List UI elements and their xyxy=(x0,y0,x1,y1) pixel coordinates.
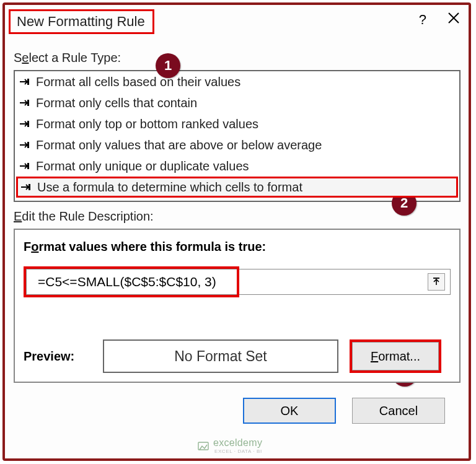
preview-row: Preview: No Format Set Format... xyxy=(24,339,451,373)
formula-input[interactable] xyxy=(26,269,237,295)
watermark-icon xyxy=(197,440,209,452)
svg-rect-1 xyxy=(27,100,29,106)
rule-label: Use a formula to determine which cells t… xyxy=(37,180,302,195)
close-icon[interactable] xyxy=(447,12,460,28)
svg-rect-0 xyxy=(27,79,29,85)
watermark-subtext: EXCEL · DATA · BI xyxy=(214,449,262,454)
ok-button[interactable]: OK xyxy=(243,398,336,424)
rule-label: Format only cells that contain xyxy=(36,96,197,110)
svg-rect-3 xyxy=(27,142,29,148)
rule-icon xyxy=(20,99,31,107)
rule-label: Format only values that are above or bel… xyxy=(36,138,322,152)
rule-type-label: Select a Rule Type: xyxy=(14,51,460,65)
rule-icon xyxy=(21,183,32,191)
rule-icon xyxy=(20,78,31,85)
rule-option-2[interactable]: Format only top or bottom ranked values xyxy=(15,113,459,134)
title-highlight: New Formatting Rule xyxy=(9,9,154,34)
collapse-dialog-icon[interactable] xyxy=(428,273,445,291)
dialog-title: New Formatting Rule xyxy=(17,14,145,29)
rule-type-list: Format all cells based on their values F… xyxy=(14,70,461,202)
rule-option-1[interactable]: Format only cells that contain xyxy=(15,92,459,113)
new-formatting-rule-dialog: New Formatting Rule ? 1 2 3 4 Select a R… xyxy=(2,2,471,461)
format-button[interactable]: Format... xyxy=(352,342,439,370)
rule-icon xyxy=(20,162,31,170)
help-icon[interactable]: ? xyxy=(419,12,426,28)
formula-highlight xyxy=(24,266,239,297)
format-button-highlight: Format... xyxy=(350,339,441,373)
rule-option-0[interactable]: Format all cells based on their values xyxy=(15,71,459,92)
rule-label: Format only unique or duplicate values xyxy=(36,159,249,173)
rule-option-5[interactable]: Use a formula to determine which cells t… xyxy=(16,177,458,198)
preview-box: No Format Set xyxy=(103,339,338,373)
rule-description-panel: Format values where this formula is true… xyxy=(14,229,461,383)
dialog-buttons: OK Cancel xyxy=(14,383,460,424)
cancel-button[interactable]: Cancel xyxy=(352,398,445,424)
edit-description-label: Edit the Rule Description: xyxy=(14,209,460,224)
preview-label: Preview: xyxy=(24,349,92,364)
rule-label: Format all cells based on their values xyxy=(36,75,240,89)
rule-icon xyxy=(20,120,31,128)
svg-rect-5 xyxy=(29,184,30,190)
rule-option-4[interactable]: Format only unique or duplicate values xyxy=(15,155,459,177)
titlebar: New Formatting Rule ? xyxy=(5,5,469,43)
preview-text: No Format Set xyxy=(174,348,267,365)
formula-row xyxy=(24,266,451,297)
rule-icon xyxy=(20,141,31,149)
svg-rect-2 xyxy=(27,121,29,127)
svg-rect-4 xyxy=(27,163,29,169)
watermark-text: exceldemy xyxy=(213,437,262,449)
formula-field-tail xyxy=(239,269,451,295)
rule-label: Format only top or bottom ranked values xyxy=(36,117,258,131)
rule-option-3[interactable]: Format only values that are above or bel… xyxy=(15,134,459,155)
watermark: exceldemy EXCEL · DATA · BI xyxy=(197,437,262,454)
formula-label: Format values where this formula is true… xyxy=(24,240,451,254)
window-buttons: ? xyxy=(419,12,460,28)
